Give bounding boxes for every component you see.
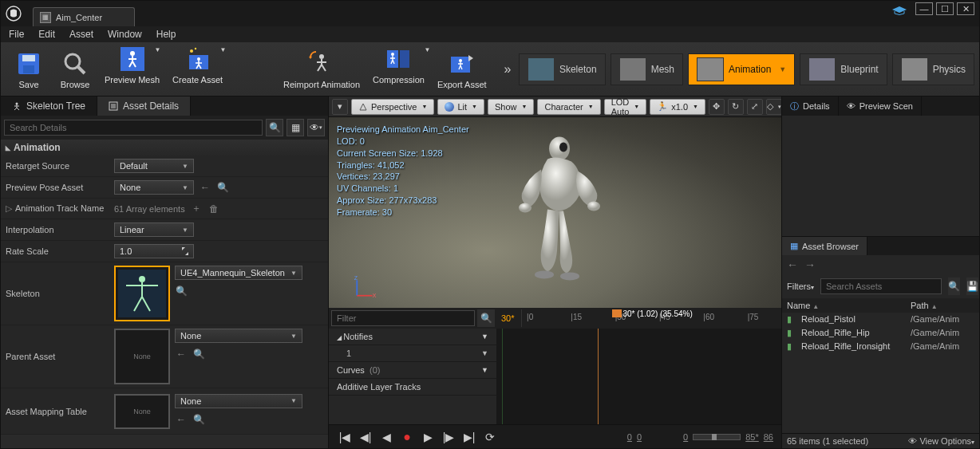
range-start-inner[interactable]: 0 (637, 432, 642, 442)
close-button[interactable]: ✕ (957, 2, 974, 15)
viewport-show-button[interactable]: Show▼ (488, 99, 534, 115)
details-grid-toggle[interactable]: ▦ (286, 119, 304, 136)
viewport-character-button[interactable]: Character▼ (537, 99, 600, 115)
asset-filters-button[interactable]: Filters▾ (787, 282, 814, 291)
track-notify-1[interactable]: 1▼ (329, 345, 496, 362)
back-arrow-icon[interactable]: ← (199, 181, 211, 194)
play-reverse-icon[interactable]: ◀ (378, 431, 394, 443)
export-asset-button[interactable]: Export Asset (431, 48, 493, 91)
play-icon[interactable]: ▶ (420, 431, 436, 443)
skeleton-dropdown[interactable]: UE4_Mannequin_Skeleton▼ (175, 266, 302, 280)
range-end-outer[interactable]: 86 (764, 432, 773, 442)
preview-mesh-button[interactable]: Preview Mesh ▼ (98, 43, 166, 95)
timeline-ruler[interactable]: |0 |15 |30 |45 |60 |75 30* (1.02) (35.54… (521, 309, 781, 327)
col-name[interactable]: Name▲ (787, 301, 911, 310)
skeleton-thumbnail[interactable] (114, 266, 170, 321)
viewport-speed-button[interactable]: 🏃x1.0▼ (650, 99, 705, 115)
section-animation[interactable]: Animation (1, 140, 328, 156)
viewport-lit-button[interactable]: Lit▼ (437, 99, 484, 115)
mapping-back-icon[interactable]: ← (175, 413, 188, 426)
timeline-filter-search-icon[interactable]: 🔍 (477, 309, 495, 327)
menu-asset[interactable]: Asset (69, 29, 93, 40)
viewport-menu-button[interactable]: ▾ (332, 99, 348, 115)
asset-forward-icon[interactable]: → (804, 258, 816, 271)
parent-asset-dropdown[interactable]: None▼ (175, 329, 302, 343)
tab-asset-details[interactable]: Asset Details (97, 96, 191, 116)
expand-icon[interactable]: ▷ (6, 203, 12, 214)
details-eye-toggle[interactable]: 👁▾ (307, 119, 325, 136)
interpolation-dropdown[interactable]: Linear▼ (114, 223, 194, 237)
timeline-grid[interactable] (496, 329, 781, 424)
parent-magnifier-icon[interactable]: 🔍 (192, 348, 205, 360)
track-notifies[interactable]: ◢ Notifies▼ (329, 329, 496, 345)
asset-search-icon[interactable]: 🔍 (948, 278, 960, 295)
viewport-cube-icon[interactable]: ◇▾ (766, 99, 782, 115)
range-scrollbar[interactable] (693, 434, 741, 440)
range-current[interactable]: 0 (683, 432, 688, 442)
menu-window[interactable]: Window (108, 29, 142, 40)
create-asset-button[interactable]: Create Asset ▼ (166, 43, 229, 95)
document-tab[interactable]: ▦ Aim_Center (33, 7, 135, 26)
browse-button[interactable]: Browse (52, 48, 98, 91)
parent-asset-thumbnail[interactable]: None (114, 329, 170, 384)
step-back-frame-icon[interactable]: ◀| (358, 431, 373, 443)
viewport-scale-icon[interactable]: ⤢ (747, 99, 763, 115)
menu-help[interactable]: Help (156, 29, 176, 40)
mode-blueprint[interactable]: Blueprint (800, 53, 887, 85)
chevron-down-icon[interactable]: ▼ (481, 333, 488, 341)
menu-file[interactable]: File (9, 29, 24, 40)
record-icon[interactable]: ● (399, 430, 415, 444)
step-forward-frame-icon[interactable]: |▶ (441, 431, 456, 443)
maximize-button[interactable]: ☐ (936, 2, 954, 15)
save-button[interactable]: Save (6, 48, 52, 91)
parent-back-icon[interactable]: ← (175, 348, 188, 360)
range-end-inner[interactable]: 85* (745, 432, 759, 442)
goto-end-icon[interactable]: ▶| (461, 431, 477, 443)
viewport-move-icon[interactable]: ✥ (709, 99, 725, 115)
viewport-rotate-icon[interactable]: ↻ (728, 99, 744, 115)
tab-details-right[interactable]: ⓘDetails (782, 96, 839, 116)
add-element-icon[interactable]: ＋ (190, 203, 203, 215)
chevron-down-icon[interactable]: ▼ (481, 366, 488, 374)
minimize-button[interactable]: — (915, 2, 933, 15)
viewport-lod-button[interactable]: LOD Auto▼ (604, 99, 647, 115)
magnifier-small-icon[interactable]: 🔍 (216, 181, 229, 194)
asset-list[interactable]: ▮Reload_Pistol/Game/Anim ▮Reload_Rifle_H… (782, 313, 979, 433)
retarget-source-dropdown[interactable]: Default▼ (114, 159, 194, 173)
timeline-filter-input[interactable] (331, 310, 475, 326)
chevron-down-icon[interactable]: ▼ (481, 349, 488, 357)
tutorial-hat-icon[interactable] (891, 6, 907, 18)
playhead-cursor[interactable] (612, 309, 622, 317)
viewport-perspective-button[interactable]: Perspective▼ (351, 99, 434, 115)
col-path[interactable]: Path▲ (911, 301, 974, 310)
tab-preview-scene[interactable]: 👁Preview Scen (839, 96, 922, 116)
menu-edit[interactable]: Edit (38, 29, 55, 40)
compression-button[interactable]: Compression ▼ (366, 43, 431, 95)
loop-icon[interactable]: ⟳ (482, 431, 498, 443)
asset-search-input[interactable] (820, 278, 942, 294)
mapping-magnifier-icon[interactable]: 🔍 (192, 413, 205, 426)
trash-icon[interactable]: 🗑 (207, 203, 220, 215)
view-options-button[interactable]: 👁 View Options▾ (908, 436, 974, 446)
goto-start-icon[interactable]: |◀ (337, 431, 353, 443)
tab-skeleton-tree[interactable]: Skeleton Tree (1, 96, 97, 116)
search-icon[interactable]: 🔍 (266, 119, 283, 136)
mode-mesh[interactable]: Mesh (611, 53, 683, 85)
mode-physics[interactable]: Physics (892, 53, 974, 85)
asset-save-icon[interactable]: 💾 (966, 278, 978, 295)
mapping-dropdown[interactable]: None▼ (175, 394, 302, 408)
mode-skeleton[interactable]: Skeleton (519, 53, 606, 85)
modes-scroll-left-icon[interactable]: » (496, 53, 519, 85)
details-search-input[interactable] (4, 120, 263, 136)
range-start-outer[interactable]: 0 (627, 432, 632, 442)
track-additive[interactable]: Additive Layer Tracks (329, 379, 496, 396)
preview-pose-dropdown[interactable]: None▼ (114, 180, 194, 195)
asset-back-icon[interactable]: ← (787, 258, 798, 271)
skeleton-magnifier-icon[interactable]: 🔍 (175, 285, 188, 297)
viewport[interactable]: Previewing Animation Aim_Center LOD: 0 C… (329, 117, 781, 308)
mode-animation[interactable]: Animation▼ (688, 53, 795, 85)
reimport-button[interactable]: Reimport Animation (277, 48, 366, 91)
tab-asset-browser[interactable]: ▦Asset Browser (782, 237, 867, 255)
track-curves[interactable]: Curves (0)▼ (329, 362, 496, 379)
mapping-thumbnail[interactable]: None (114, 394, 170, 429)
